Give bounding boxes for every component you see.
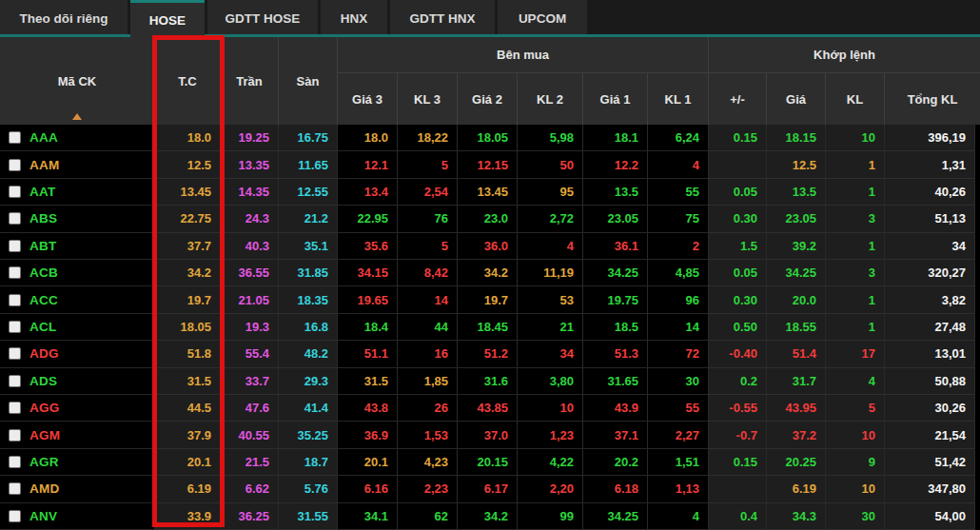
cell-kl-2: 2,72 xyxy=(518,206,583,232)
cell-tc: 22.75 xyxy=(155,206,221,232)
tab-upcom[interactable]: UPCOM xyxy=(498,0,587,34)
cell-gia-2: 23.0 xyxy=(458,206,518,232)
cell-tran: 33.7 xyxy=(221,368,279,395)
cell-kl-3: 1,85 xyxy=(398,368,458,395)
table-row[interactable]: AMD 6.196.625.766.162,236.172,206.181,13… xyxy=(0,476,980,502)
row-checkbox[interactable] xyxy=(9,347,21,360)
table-row[interactable]: ANV 33.936.2531.5534.16234.29934.2540.43… xyxy=(0,503,980,530)
cell-gia-1: 36.1 xyxy=(583,233,648,260)
table-row[interactable]: AGG 44.547.641.443.82643.851043.955-0.55… xyxy=(0,395,980,422)
cell-kl: 1 xyxy=(826,151,885,178)
row-checkbox[interactable] xyxy=(9,375,21,387)
cell-tc: 6.19 xyxy=(155,476,221,502)
cell-gia-2: 19.7 xyxy=(458,286,518,313)
cell-change: -0.7 xyxy=(709,422,767,448)
column-header-tc: T.C xyxy=(155,37,221,125)
row-checkbox[interactable] xyxy=(9,321,21,333)
cell-tong-kl: 51,13 xyxy=(885,206,975,232)
tab-theo-doi-rieng[interactable]: Theo dõi riêng xyxy=(0,0,127,34)
cell-gia-1: 6.18 xyxy=(583,476,648,502)
cell-kl-3: 4,23 xyxy=(398,449,458,476)
cell-gia-1: 34.25 xyxy=(583,503,648,530)
tab-hnx[interactable]: HNX xyxy=(321,0,387,34)
tab-hose[interactable]: HOSE xyxy=(130,0,205,37)
cell-kl-1: 75 xyxy=(648,206,709,232)
cell-tong-kl: 347,80 xyxy=(885,476,975,502)
ticker-label: ABS xyxy=(29,211,57,226)
row-checkbox[interactable] xyxy=(9,186,21,198)
cell-gia-3: 36.9 xyxy=(338,422,398,448)
cell-gia: 20.25 xyxy=(767,449,826,476)
cell-kl-2: 1,23 xyxy=(518,422,583,448)
table-body: AAA 18.019.2516.7518.018,2218.055,9818.1… xyxy=(0,125,980,530)
table-row[interactable]: AAM 12.513.3511.6512.1512.155012.2412.51… xyxy=(0,151,980,178)
row-checkbox[interactable] xyxy=(9,482,21,495)
cell-tc: 20.1 xyxy=(155,449,221,476)
cell-gia: 20.0 xyxy=(767,286,826,313)
cell-tran: 55.4 xyxy=(221,341,279,367)
table-row[interactable]: AGM 37.940.5535.2536.91,5337.01,2337.12,… xyxy=(0,422,980,448)
cell-gia: 34.25 xyxy=(767,260,826,286)
row-checkbox[interactable] xyxy=(9,159,21,171)
cell-san: 18.35 xyxy=(279,286,338,313)
cell-gia-3: 43.8 xyxy=(338,395,398,422)
row-checkbox[interactable] xyxy=(9,402,21,414)
row-checkbox[interactable] xyxy=(9,266,21,279)
row-edge-filler xyxy=(975,476,980,502)
table-row[interactable]: ACL 18.0519.316.818.44418.452118.5140.50… xyxy=(0,314,980,341)
cell-tc: 31.5 xyxy=(155,368,221,395)
cell-kl-1: 72 xyxy=(648,341,709,367)
cell-gia-2: 34.2 xyxy=(458,260,518,286)
row-checkbox[interactable] xyxy=(9,212,21,225)
column-header-ma-ck[interactable]: Mã CK xyxy=(0,37,155,125)
cell-kl-3: 2,54 xyxy=(398,179,458,206)
row-checkbox[interactable] xyxy=(9,131,21,144)
ticker-label: AAT xyxy=(29,185,56,199)
column-header-kl-1: KL 1 xyxy=(648,73,709,125)
cell-tran: 36.55 xyxy=(221,260,279,286)
table-row[interactable]: ACB 34.236.5531.8534.158,4234.211,1934.2… xyxy=(0,260,980,286)
tab-gdtt-hnx[interactable]: GDTT HNX xyxy=(390,0,495,34)
table-row[interactable]: ABS 22.7524.321.222.957623.02,7223.05750… xyxy=(0,206,980,232)
table-row[interactable]: ABT 37.740.335.135.6536.0436.121.539.213… xyxy=(0,233,980,260)
cell-san: 31.55 xyxy=(279,503,338,530)
symbol-cell: ADS xyxy=(0,368,155,395)
cell-kl-2: 4 xyxy=(518,233,583,260)
cell-kl-3: 16 xyxy=(398,341,458,367)
cell-kl-2: 2,20 xyxy=(518,476,583,502)
cell-tong-kl: 1,31 xyxy=(885,151,975,178)
cell-gia-2: 6.17 xyxy=(458,476,518,502)
cell-gia-2: 34.2 xyxy=(458,503,518,530)
cell-san: 16.75 xyxy=(279,125,338,151)
table-row[interactable]: ADS 31.533.729.331.51,8531.63,8031.65300… xyxy=(0,368,980,395)
cell-gia-2: 20.15 xyxy=(458,449,518,476)
row-checkbox[interactable] xyxy=(9,294,21,306)
column-header-gia-2: Giá 2 xyxy=(458,73,518,125)
cell-change: 0.15 xyxy=(709,449,767,476)
cell-gia: 6.19 xyxy=(767,476,826,502)
cell-kl-3: 2,23 xyxy=(398,476,458,502)
cell-gia-2: 31.6 xyxy=(458,368,518,395)
cell-change: 0.30 xyxy=(709,206,767,232)
row-edge-filler xyxy=(975,206,980,232)
row-checkbox[interactable] xyxy=(9,510,21,522)
symbol-cell: ABT xyxy=(0,233,155,260)
cell-tc: 13.45 xyxy=(155,179,221,206)
cell-tran: 21.5 xyxy=(221,449,279,476)
table-row[interactable]: ADG 51.855.448.251.11651.23451.372-0.405… xyxy=(0,341,980,367)
table-row[interactable]: AGR 20.121.518.720.14,2320.154,2220.21,5… xyxy=(0,449,980,476)
cell-kl-3: 5 xyxy=(398,233,458,260)
cell-kl-3: 62 xyxy=(398,503,458,530)
row-checkbox[interactable] xyxy=(9,456,21,468)
cell-san: 31.85 xyxy=(279,260,338,286)
table-row[interactable]: AAT 13.4514.3512.5513.42,5413.459513.555… xyxy=(0,179,980,206)
tab-gdtt-hose[interactable]: GDTT HOSE xyxy=(207,0,318,34)
column-header-gia-1: Giá 1 xyxy=(583,73,648,125)
row-checkbox[interactable] xyxy=(9,429,21,442)
table-row[interactable]: AAA 18.019.2516.7518.018,2218.055,9818.1… xyxy=(0,125,980,151)
row-checkbox[interactable] xyxy=(9,240,21,252)
cell-kl-2: 34 xyxy=(518,341,583,367)
row-edge-filler xyxy=(975,449,980,476)
table-row[interactable]: ACC 19.721.0518.3519.651419.75319.75960.… xyxy=(0,286,980,313)
cell-kl-1: 96 xyxy=(648,286,709,313)
